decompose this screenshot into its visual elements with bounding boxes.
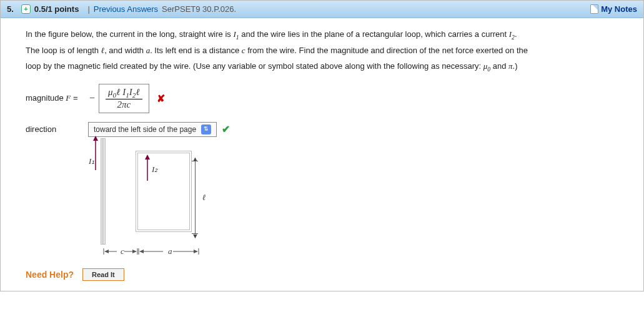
question-container: 5. + 0.5/1 points | Previous Answers Ser…	[0, 0, 644, 291]
dimension-bottom: c a	[101, 247, 250, 256]
incorrect-icon: ✘	[157, 93, 165, 104]
label-ell: ℓ	[202, 193, 206, 203]
dimension-ell: ▲ ▼ ℓ	[192, 151, 206, 245]
rectangular-loop: I₂	[136, 151, 192, 232]
assignment-id: SerPSET9 30.P.026.	[162, 4, 236, 14]
direction-value: toward the left side of the page	[94, 125, 196, 134]
svg-marker-5	[104, 250, 109, 253]
svg-marker-1	[93, 136, 98, 141]
text: .	[515, 29, 517, 39]
separator: |	[87, 4, 89, 14]
negative-sign: −	[89, 93, 95, 104]
question-header: 5. + 0.5/1 points | Previous Answers Ser…	[1, 1, 643, 18]
need-help-label: Need Help?	[26, 270, 74, 280]
text: The loop is of length	[26, 46, 101, 55]
points-text: 0.5/1 points	[34, 4, 79, 14]
loop-current-arrow-icon	[143, 154, 152, 186]
label-c: c	[121, 247, 124, 256]
text: from the wire. Find the magnitude and di…	[245, 46, 528, 55]
direction-row: direction toward the left side of the pa…	[26, 122, 627, 137]
text: , and width	[104, 46, 146, 55]
text: loop by the magnetic field created by th…	[26, 61, 483, 71]
problem-statement: In the figure below, the current in the …	[26, 27, 627, 75]
text: and the wire lies in the plane of a rect…	[239, 29, 509, 39]
previous-answers-link[interactable]: Previous Answers	[94, 4, 158, 14]
text: In the figure below, the current in the …	[26, 29, 233, 39]
svg-marker-11	[139, 250, 144, 253]
magnitude-input[interactable]: μ0ℓ I1I2ℓ 2πc	[99, 84, 149, 113]
correct-icon: ✔	[222, 123, 230, 135]
dimension-a: a	[138, 247, 201, 256]
notes-icon[interactable]	[590, 4, 598, 14]
text: . Its left end is a distance	[150, 46, 242, 55]
need-help-section: Need Help? Read It	[26, 268, 627, 281]
wire-current-arrow-icon	[91, 136, 100, 173]
question-body: In the figure below, the current in the …	[1, 18, 643, 291]
label-I1: I₁	[89, 156, 94, 166]
svg-marker-3	[145, 154, 150, 160]
read-it-button[interactable]: Read It	[82, 268, 124, 281]
problem-figure: I₁ I₂ ▲ ▼ ℓ	[101, 151, 250, 256]
magnitude-denominator: 2πc	[115, 99, 134, 110]
svg-marker-14	[194, 250, 198, 253]
question-number: 5.	[7, 4, 14, 14]
svg-marker-8	[132, 250, 137, 253]
label-I2: I₂	[152, 165, 157, 175]
magnitude-label: magnitude F =	[26, 93, 88, 103]
expand-icon[interactable]: +	[21, 4, 31, 14]
text: and	[490, 61, 508, 71]
my-notes-link[interactable]: My Notes	[601, 4, 637, 14]
select-stepper-icon: ⇅	[201, 124, 211, 134]
magnitude-row: magnitude F = − μ0ℓ I1I2ℓ 2πc ✘	[26, 84, 627, 113]
text: .)	[513, 61, 518, 71]
magnitude-numerator: μ0ℓ I1I2ℓ	[106, 87, 142, 99]
label-a: a	[168, 247, 172, 256]
dimension-c: c	[103, 247, 138, 256]
direction-label: direction	[26, 124, 88, 134]
direction-select[interactable]: toward the left side of the page ⇅	[88, 122, 217, 137]
straight-wire: I₁	[101, 138, 106, 245]
